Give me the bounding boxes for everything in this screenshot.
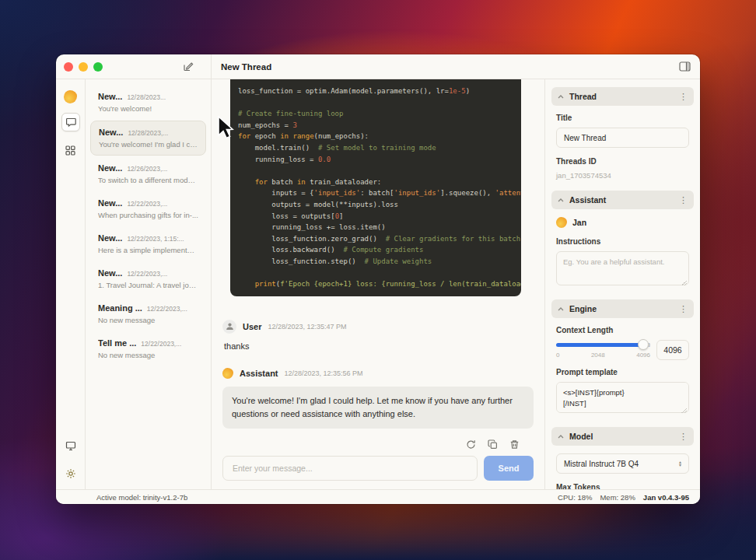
active-model-status: Active model: trinity-v1.2-7b xyxy=(96,493,187,502)
thread-item-title: Tell me ... xyxy=(98,338,136,348)
thread-item-title: New... xyxy=(99,128,123,137)
model-select[interactable]: Mistral Instruct 7B Q4 ▴▾ xyxy=(556,453,689,474)
window-title: New Thread xyxy=(221,62,271,72)
context-length-slider[interactable] xyxy=(556,343,650,347)
model-section-body: Mistral Instruct 7B Q4 ▴▾ Max Tokens xyxy=(551,446,694,489)
message-timestamp: 12/28/2023, 12:35:56 PM xyxy=(285,369,363,377)
chat-main-area: loss_function = optim.Adam(model.paramet… xyxy=(212,79,544,489)
toggle-right-panel-icon[interactable] xyxy=(679,61,691,72)
thread-list-item[interactable]: Tell me ... 12/22/2023,... No new messag… xyxy=(90,332,206,366)
engine-section-header[interactable]: Engine ⋮ xyxy=(551,299,694,318)
assistant-message-header: Assistant 12/28/2023, 12:35:56 PM xyxy=(222,368,534,379)
assistant-message-bubble: You're welcome! I'm glad I could help. L… xyxy=(222,387,534,429)
engine-section-body: Context Length 0 2048 4096 xyxy=(551,318,694,427)
thread-item-title: New... xyxy=(98,198,122,208)
thread-item-date: 12/22/2023,... xyxy=(127,270,167,278)
thread-list-item[interactable]: New... 12/22/2023,... When purchasing gi… xyxy=(90,192,206,226)
selected-model: Mistral Instruct 7B Q4 xyxy=(564,460,679,468)
slider-tick-labels: 0 2048 4096 xyxy=(556,352,650,359)
thread-list-item[interactable]: New... 12/26/2023,... To switch to a dif… xyxy=(90,157,206,191)
chevron-up-icon xyxy=(558,198,564,202)
thread-list-item[interactable]: New... 12/22/2023, 1:15:... Here is a si… xyxy=(90,227,206,261)
instructions-label: Instructions xyxy=(556,237,689,246)
code-content: loss_function = optim.Adam(model.paramet… xyxy=(238,86,513,290)
kebab-menu-icon[interactable]: ⋮ xyxy=(679,92,688,102)
monitor-icon xyxy=(65,441,76,451)
sidebar-item-hub[interactable] xyxy=(61,141,80,159)
thread-section-header[interactable]: Thread ⋮ xyxy=(551,87,694,106)
prompt-template-textarea[interactable]: <s>[INST]{prompt} [/INST] xyxy=(556,382,689,413)
code-block: loss_function = optim.Adam(model.paramet… xyxy=(230,79,521,296)
message-timestamp: 12/28/2023, 12:35:47 PM xyxy=(268,323,346,331)
section-title: Model xyxy=(569,432,674,441)
jan-app-window: New Thread xyxy=(56,54,700,504)
thread-item-title: New... xyxy=(98,163,122,173)
sidebar-item-system-monitor[interactable] xyxy=(61,436,80,455)
send-button[interactable]: Send xyxy=(484,456,534,481)
chat-input-row: Send xyxy=(222,456,534,481)
kebab-menu-icon[interactable]: ⋮ xyxy=(679,432,688,442)
thread-item-date: 12/22/2023,... xyxy=(141,340,181,348)
threads-id-label: Threads ID xyxy=(556,157,689,166)
grid-icon xyxy=(65,145,75,156)
delete-icon[interactable] xyxy=(509,439,520,450)
prompt-template-label: Prompt template xyxy=(556,368,689,376)
thread-item-title: New... xyxy=(98,92,122,101)
jan-wave-icon xyxy=(556,217,567,228)
title-label: Title xyxy=(556,114,689,122)
thread-list: New... 12/28/2023... You're welcome! New… xyxy=(86,79,212,489)
resize-handle-icon[interactable] xyxy=(681,408,687,413)
thread-title-input[interactable] xyxy=(556,128,689,148)
sidebar-item-settings[interactable] xyxy=(61,464,80,483)
close-window-button[interactable] xyxy=(64,62,73,72)
status-bar: Active model: trinity-v1.2-7b CPU: 18% M… xyxy=(56,489,700,504)
threads-id-value: jan_1703574534 xyxy=(556,171,689,180)
regenerate-icon[interactable] xyxy=(466,439,476,450)
zoom-window-button[interactable] xyxy=(93,62,103,72)
app-version: Jan v0.4.3-95 xyxy=(643,493,689,502)
section-title: Assistant xyxy=(569,195,674,205)
mem-status: Mem: 28% xyxy=(600,493,635,502)
chevron-up-icon xyxy=(558,95,564,99)
thread-item-title: New... xyxy=(98,233,122,243)
thread-item-title: New... xyxy=(98,268,122,278)
max-tokens-label: Max Tokens xyxy=(556,483,689,489)
copy-icon[interactable] xyxy=(488,439,498,450)
kebab-menu-icon[interactable]: ⋮ xyxy=(679,195,688,205)
thread-item-date: 12/22/2023,... xyxy=(127,200,167,208)
resize-handle-icon[interactable] xyxy=(681,280,687,285)
jan-logo-wave-icon xyxy=(64,90,77,103)
thread-item-title: Meaning ... xyxy=(98,303,142,313)
section-title: Engine xyxy=(569,304,674,313)
assistant-section-header[interactable]: Assistant ⋮ xyxy=(551,191,694,209)
minimize-window-button[interactable] xyxy=(79,62,88,72)
thread-list-item[interactable]: New... 12/22/2023,... 1. Travel Journal:… xyxy=(90,262,206,296)
assistant-name: Jan xyxy=(572,218,586,227)
thread-item-date: 12/22/2023, 1:15:... xyxy=(127,235,184,243)
thread-item-preview: 1. Travel Journal: A travel journ... xyxy=(98,281,198,289)
thread-item-preview: When purchasing gifts for in-... xyxy=(98,211,198,219)
assistant-section-body: Jan Instructions xyxy=(551,209,694,299)
message-role: User xyxy=(243,322,261,331)
context-length-value[interactable]: 4096 xyxy=(656,340,689,360)
new-thread-compose-icon[interactable] xyxy=(182,61,194,72)
chevron-up-icon xyxy=(558,435,564,439)
desktop-wallpaper: New Thread xyxy=(0,0,756,560)
instructions-textarea[interactable] xyxy=(556,251,689,285)
slider-knob[interactable] xyxy=(638,339,649,350)
sidebar-item-chat[interactable] xyxy=(61,113,80,131)
thread-item-date: 12/26/2023,... xyxy=(127,165,167,173)
thread-list-item[interactable]: New... 12/28/2023... You're welcome! xyxy=(90,86,206,119)
thread-list-item[interactable]: New... 12/28/2023,... You're welcome! I'… xyxy=(90,121,206,156)
user-message-header: User 12/28/2023, 12:35:47 PM xyxy=(222,320,534,334)
assistant-avatar-wave-icon xyxy=(222,368,233,379)
chevron-up-icon xyxy=(558,307,564,311)
message-input[interactable] xyxy=(222,456,478,481)
thread-item-preview: You're welcome! I'm glad I cou... xyxy=(99,140,198,149)
titlebar: New Thread xyxy=(56,54,700,79)
ribbon-sidebar xyxy=(56,79,86,489)
thread-list-item[interactable]: Meaning ... 12/22/2023,... No new messag… xyxy=(90,297,206,331)
kebab-menu-icon[interactable]: ⋮ xyxy=(679,304,688,314)
message-role: Assistant xyxy=(240,369,278,378)
model-section-header[interactable]: Model ⋮ xyxy=(551,427,694,446)
